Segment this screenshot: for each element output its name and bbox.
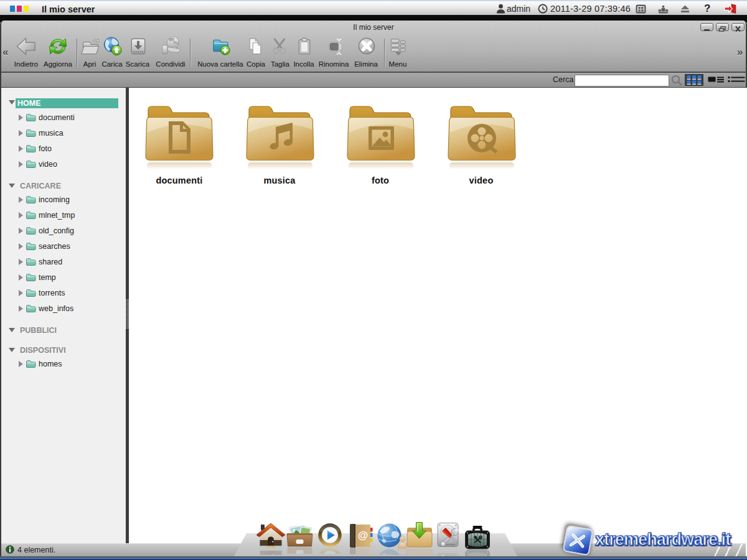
svg-text:@: @	[358, 530, 369, 541]
